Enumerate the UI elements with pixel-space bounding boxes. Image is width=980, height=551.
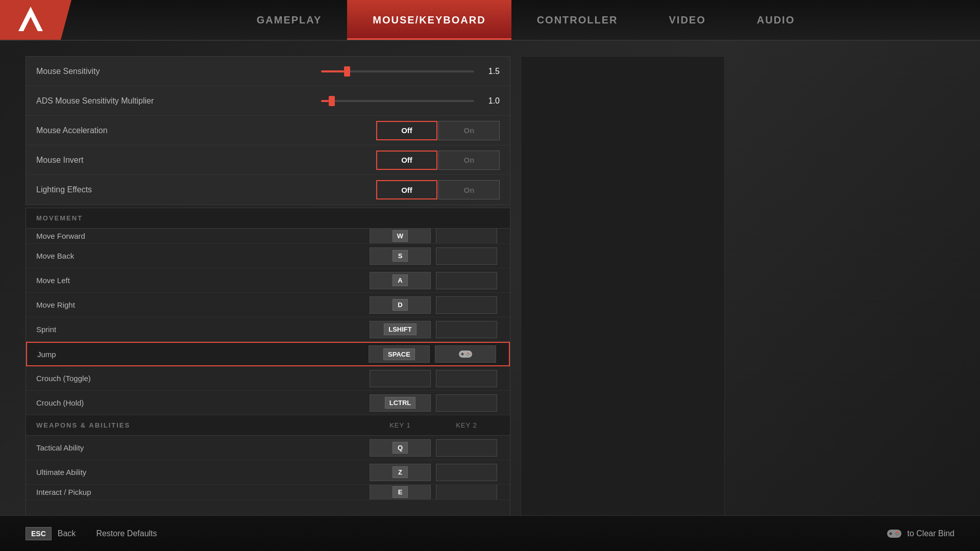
weapons-key2-header: KEY 2 bbox=[433, 421, 500, 429]
sprint-key1[interactable]: LSHIFT bbox=[370, 321, 431, 338]
mouse-invert-label: Mouse Invert bbox=[36, 156, 376, 165]
move-back-key2[interactable] bbox=[436, 247, 497, 265]
mouse-sensitivity-value: 1.5 bbox=[479, 67, 500, 76]
tab-controller[interactable]: CONTROLLER bbox=[511, 0, 644, 40]
move-right-label: Move Right bbox=[36, 300, 367, 309]
ads-sensitivity-slider-container: 1.0 bbox=[268, 96, 500, 106]
keybind-row-tactical[interactable]: Tactical Ability Q bbox=[26, 436, 510, 460]
tactical-key1[interactable]: Q bbox=[370, 439, 431, 457]
tactical-key2[interactable] bbox=[436, 439, 497, 457]
ads-sensitivity-fill bbox=[321, 100, 329, 102]
mouse-invert-row: Mouse Invert Off On bbox=[26, 145, 510, 175]
ultimate-key1[interactable]: Z bbox=[370, 464, 431, 481]
jump-label: Jump bbox=[37, 350, 366, 359]
mouse-acceleration-on-btn[interactable]: On bbox=[438, 121, 500, 140]
tab-gameplay[interactable]: GAMEPLAY bbox=[231, 0, 348, 40]
keybind-row-ultimate[interactable]: Ultimate Ability Z bbox=[26, 460, 510, 485]
svg-point-6 bbox=[469, 354, 471, 355]
sprint-key2[interactable] bbox=[436, 321, 497, 338]
svg-rect-11 bbox=[889, 533, 892, 534]
mouse-invert-on-btn[interactable]: On bbox=[438, 151, 500, 170]
crouch-hold-label: Crouch (Hold) bbox=[36, 398, 367, 407]
crouch-toggle-key2[interactable] bbox=[436, 370, 497, 387]
move-right-key2[interactable] bbox=[436, 296, 497, 314]
ads-sensitivity-value: 1.0 bbox=[479, 96, 500, 106]
keybind-row-crouch-toggle[interactable]: Crouch (Toggle) bbox=[26, 366, 510, 391]
clear-bind-hint: to Clear Bind bbox=[886, 525, 955, 542]
mouse-invert-off-btn[interactable]: Off bbox=[376, 151, 437, 170]
keybind-row-move-back[interactable]: Move Back S bbox=[26, 244, 510, 268]
sprint-key1-badge: LSHIFT bbox=[384, 323, 416, 335]
jump-key1-badge: SPACE bbox=[383, 348, 415, 360]
mouse-sensitivity-track[interactable] bbox=[321, 70, 474, 72]
lighting-effects-on-btn[interactable]: On bbox=[438, 180, 500, 199]
move-back-key1-badge: S bbox=[393, 250, 408, 262]
back-text: Back bbox=[58, 529, 76, 538]
right-panel bbox=[521, 56, 725, 536]
svg-point-12 bbox=[896, 531, 898, 533]
svg-point-14 bbox=[895, 533, 897, 535]
top-navigation: GAMEPLAY MOUSE/KEYBOARD CONTROLLER VIDEO… bbox=[0, 0, 980, 41]
keybinds-section: MOVEMENT Move Forward W Move Back S bbox=[26, 208, 510, 536]
interact-key1[interactable]: E bbox=[370, 485, 431, 500]
move-right-key1-badge: D bbox=[393, 299, 408, 311]
mouse-sensitivity-slider-container: 1.5 bbox=[268, 67, 500, 76]
weapons-section-label: WEAPONS & ABILITIES bbox=[36, 421, 367, 429]
crouch-hold-key2[interactable] bbox=[436, 394, 497, 412]
jump-key2[interactable] bbox=[435, 345, 496, 363]
mouse-acceleration-off-btn[interactable]: Off bbox=[376, 121, 437, 140]
move-forward-key2[interactable] bbox=[436, 229, 497, 244]
move-forward-key1[interactable]: W bbox=[370, 229, 431, 244]
mouse-sensitivity-label: Mouse Sensitivity bbox=[36, 67, 268, 76]
interact-key2[interactable] bbox=[436, 485, 497, 500]
movement-section-header: MOVEMENT bbox=[26, 208, 510, 229]
ads-sensitivity-track[interactable] bbox=[321, 100, 474, 102]
logo-area bbox=[0, 0, 71, 40]
svg-point-13 bbox=[898, 533, 900, 535]
move-forward-key1-badge: W bbox=[393, 230, 408, 242]
mouse-sensitivity-fill bbox=[321, 70, 344, 72]
jump-key1[interactable]: SPACE bbox=[369, 345, 430, 363]
move-left-key1-badge: A bbox=[393, 274, 408, 286]
keybind-row-jump[interactable]: Jump SPACE bbox=[26, 342, 510, 366]
restore-action[interactable]: Restore Defaults bbox=[96, 529, 157, 538]
keybind-row-move-forward[interactable]: Move Forward W bbox=[26, 229, 510, 244]
mouse-invert-toggle: Off On bbox=[376, 151, 500, 170]
lighting-effects-label: Lighting Effects bbox=[36, 185, 376, 194]
ads-sensitivity-label: ADS Mouse Sensitivity Multiplier bbox=[36, 96, 268, 106]
move-right-key1[interactable]: D bbox=[370, 296, 431, 314]
clear-bind-gamepad-icon bbox=[886, 525, 902, 542]
lighting-effects-off-btn[interactable]: Off bbox=[376, 180, 437, 199]
clear-bind-text: to Clear Bind bbox=[908, 529, 955, 538]
tab-mouse-keyboard[interactable]: MOUSE/KEYBOARD bbox=[347, 0, 511, 40]
back-key-label: ESC bbox=[26, 527, 52, 540]
svg-rect-4 bbox=[461, 354, 464, 355]
keybind-row-move-right[interactable]: Move Right D bbox=[26, 293, 510, 317]
lighting-effects-toggle: Off On bbox=[376, 180, 500, 199]
tab-video[interactable]: VIDEO bbox=[644, 0, 731, 40]
lighting-effects-row: Lighting Effects Off On bbox=[26, 175, 510, 205]
bottom-bar: ESC Back Restore Defaults to Clear Bind bbox=[0, 515, 980, 551]
mouse-sensitivity-thumb[interactable] bbox=[344, 66, 350, 77]
keybinds-scroll[interactable]: MOVEMENT Move Forward W Move Back S bbox=[26, 208, 510, 535]
movement-section-label: MOVEMENT bbox=[36, 214, 500, 222]
ads-sensitivity-thumb[interactable] bbox=[329, 96, 335, 106]
move-left-key1[interactable]: A bbox=[370, 272, 431, 289]
restore-text[interactable]: Restore Defaults bbox=[96, 529, 157, 538]
crouch-hold-key1[interactable]: LCTRL bbox=[370, 394, 431, 412]
mouse-acceleration-toggle: Off On bbox=[376, 121, 500, 140]
move-back-key1[interactable]: S bbox=[370, 247, 431, 265]
keybind-row-move-left[interactable]: Move Left A bbox=[26, 268, 510, 293]
keybind-row-interact[interactable]: Interact / Pickup E bbox=[26, 485, 510, 500]
svg-point-5 bbox=[468, 353, 469, 354]
move-left-key2[interactable] bbox=[436, 272, 497, 289]
keybind-row-sprint[interactable]: Sprint LSHIFT bbox=[26, 317, 510, 342]
apex-logo bbox=[15, 5, 46, 35]
ultimate-key2[interactable] bbox=[436, 464, 497, 481]
crouch-toggle-key1[interactable] bbox=[370, 370, 431, 387]
ads-sensitivity-row: ADS Mouse Sensitivity Multiplier 1.0 bbox=[26, 86, 510, 116]
tab-audio[interactable]: AUDIO bbox=[731, 0, 820, 40]
mouse-acceleration-row: Mouse Acceleration Off On bbox=[26, 116, 510, 145]
move-back-label: Move Back bbox=[36, 252, 367, 260]
keybind-row-crouch-hold[interactable]: Crouch (Hold) LCTRL bbox=[26, 391, 510, 415]
